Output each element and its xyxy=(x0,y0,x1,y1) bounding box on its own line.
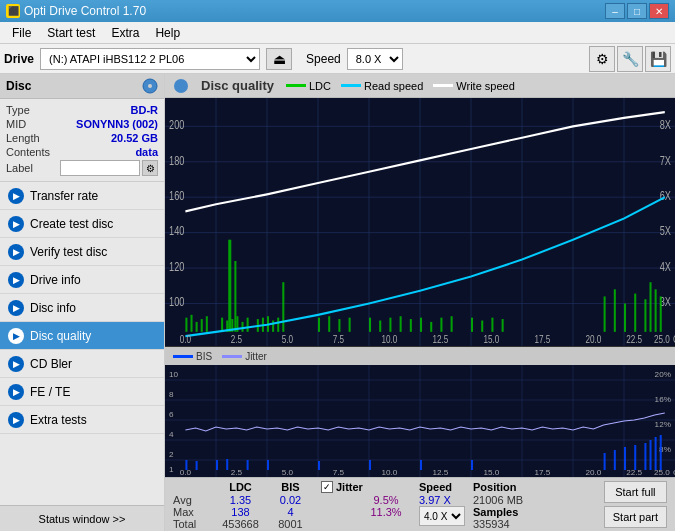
mid-value: SONYNN3 (002) xyxy=(76,118,158,130)
chart-header-icon xyxy=(173,78,189,94)
nav-label-verify-test-disc: Verify test disc xyxy=(30,245,107,259)
eject-button[interactable]: ⏏ xyxy=(266,48,292,70)
svg-text:6X: 6X xyxy=(660,189,672,203)
svg-text:5X: 5X xyxy=(660,224,672,238)
svg-text:20.0: 20.0 xyxy=(585,333,601,346)
status-window-button[interactable]: Status window >> xyxy=(0,505,164,531)
svg-text:15.0: 15.0 xyxy=(483,333,499,346)
close-button[interactable]: ✕ xyxy=(649,3,669,19)
svg-rect-59 xyxy=(420,318,422,332)
svg-rect-50 xyxy=(318,318,320,332)
sidebar-item-create-test-disc[interactable]: ▶ Create test disc xyxy=(0,210,164,238)
legend-jitter-label: Jitter xyxy=(245,351,267,362)
sidebar-item-drive-info[interactable]: ▶ Drive info xyxy=(0,266,164,294)
bis-col-header: BIS xyxy=(268,481,313,493)
svg-rect-74 xyxy=(660,296,662,331)
svg-text:2.5: 2.5 xyxy=(231,333,243,346)
svg-text:120: 120 xyxy=(169,259,184,273)
svg-text:180: 180 xyxy=(169,153,184,167)
menu-file[interactable]: File xyxy=(4,24,39,42)
disc-icon[interactable] xyxy=(142,78,158,94)
menu-help[interactable]: Help xyxy=(147,24,188,42)
maximize-button[interactable]: □ xyxy=(627,3,647,19)
svg-rect-126 xyxy=(644,443,646,470)
svg-rect-52 xyxy=(338,319,340,332)
minimize-button[interactable]: – xyxy=(605,3,625,19)
total-label: Total xyxy=(173,518,213,530)
nav-label-disc-info: Disc info xyxy=(30,301,76,315)
menu-start-test[interactable]: Start test xyxy=(39,24,103,42)
svg-rect-115 xyxy=(226,459,228,470)
legend-jitter: Jitter xyxy=(222,351,267,362)
svg-rect-67 xyxy=(604,296,606,331)
disc-info-panel: Type BD-R MID SONYNN3 (002) Length 20.52… xyxy=(0,99,164,182)
svg-rect-63 xyxy=(471,318,473,332)
svg-rect-125 xyxy=(634,445,636,470)
mid-label: MID xyxy=(6,118,26,130)
svg-rect-49 xyxy=(282,282,284,332)
type-value: BD-R xyxy=(131,104,159,116)
svg-rect-60 xyxy=(430,322,432,332)
label-settings-button[interactable]: ⚙ xyxy=(142,160,158,176)
drive-select[interactable]: (N:) ATAPI iHBS112 2 PL06 xyxy=(40,48,260,70)
speed-dropdown[interactable]: 4.0 X xyxy=(419,506,465,526)
svg-text:17.5: 17.5 xyxy=(534,468,550,477)
svg-rect-118 xyxy=(318,461,320,470)
nav-label-extra-tests: Extra tests xyxy=(30,413,87,427)
sidebar-item-extra-tests[interactable]: ▶ Extra tests xyxy=(0,406,164,434)
svg-text:12.5: 12.5 xyxy=(432,333,448,346)
svg-text:8: 8 xyxy=(169,390,174,399)
jitter-checkbox[interactable]: ✓ xyxy=(321,481,333,493)
sidebar-item-transfer-rate[interactable]: ▶ Transfer rate xyxy=(0,182,164,210)
speed-select[interactable]: 8.0 X xyxy=(347,48,403,70)
bis-jitter-chart: BIS Jitter xyxy=(165,346,675,477)
sidebar-item-cd-bler[interactable]: ▶ CD Bler xyxy=(0,350,164,378)
svg-rect-68 xyxy=(614,289,616,332)
nav-label-fe-te: FE / TE xyxy=(30,385,70,399)
length-value: 20.52 GB xyxy=(111,132,158,144)
sidebar-item-disc-quality[interactable]: ▶ Disc quality xyxy=(0,322,164,350)
jitter-header: Jitter xyxy=(336,481,363,493)
svg-text:17.5: 17.5 xyxy=(534,333,550,346)
svg-rect-127 xyxy=(650,440,652,470)
svg-text:15.0: 15.0 xyxy=(483,468,499,477)
svg-rect-58 xyxy=(410,319,412,332)
sidebar: Disc Type BD-R MID SONYNN3 (002) Length … xyxy=(0,74,165,531)
svg-rect-57 xyxy=(400,316,402,332)
sidebar-item-fe-te[interactable]: ▶ FE / TE xyxy=(0,378,164,406)
svg-rect-123 xyxy=(614,450,616,470)
toolbar-btn-2[interactable]: 🔧 xyxy=(617,46,643,72)
start-buttons: Start full Start part xyxy=(604,481,667,528)
svg-rect-113 xyxy=(196,461,198,470)
disc-section-title: Disc xyxy=(6,79,31,93)
start-full-button[interactable]: Start full xyxy=(604,481,667,503)
start-part-button[interactable]: Start part xyxy=(604,506,667,528)
transfer-rate-icon: ▶ xyxy=(8,188,24,204)
position-value: 21006 MB xyxy=(473,494,523,506)
sidebar-item-disc-info[interactable]: ▶ Disc info xyxy=(0,294,164,322)
jitter-avg-value: 9.5% xyxy=(361,494,411,506)
sidebar-item-verify-test-disc[interactable]: ▶ Verify test disc xyxy=(0,238,164,266)
toolbar-btn-save[interactable]: 💾 xyxy=(645,46,671,72)
svg-text:4X: 4X xyxy=(660,259,672,273)
legend-read-speed-color xyxy=(341,84,361,87)
legend-write-speed: Write speed xyxy=(433,80,515,92)
svg-rect-120 xyxy=(420,460,422,470)
legend-ldc: LDC xyxy=(286,80,331,92)
titlebar-left: ⬛ Opti Drive Control 1.70 xyxy=(6,4,146,18)
nav-label-drive-info: Drive info xyxy=(30,273,81,287)
disc-label-input[interactable] xyxy=(60,160,140,176)
ldc-avg-value: 1.35 xyxy=(213,494,268,506)
type-label: Type xyxy=(6,104,30,116)
titlebar-controls[interactable]: – □ ✕ xyxy=(605,3,669,19)
svg-rect-40 xyxy=(242,322,244,332)
svg-rect-45 xyxy=(272,320,274,331)
toolbar-btn-1[interactable]: ⚙ xyxy=(589,46,615,72)
svg-text:4: 4 xyxy=(169,430,174,439)
svg-rect-36 xyxy=(221,318,223,332)
menu-extra[interactable]: Extra xyxy=(103,24,147,42)
svg-rect-73 xyxy=(655,289,657,332)
svg-point-1 xyxy=(148,84,152,88)
svg-text:1: 1 xyxy=(169,465,174,474)
svg-text:140: 140 xyxy=(169,224,184,238)
